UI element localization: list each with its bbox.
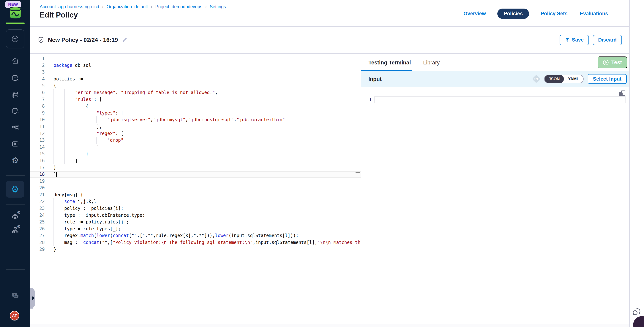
line-number: 13 [30, 137, 45, 144]
select-input-button[interactable]: Select Input [588, 74, 627, 84]
line-number: 7 [30, 96, 45, 103]
format-json-option[interactable]: JSON [544, 75, 564, 83]
code-line[interactable]: 29} [30, 246, 361, 253]
tab-library[interactable]: Library [423, 60, 440, 66]
sidebar-item-databases[interactable] [11, 91, 19, 99]
code-line[interactable]: 1 [30, 55, 361, 62]
tab-policy-sets[interactable]: Policy Sets [540, 8, 568, 19]
code-line[interactable]: 27 regex.match(lower(concat("",[".*",rul… [30, 232, 361, 239]
help-chat-icon: ? [11, 292, 19, 300]
line-number: 21 [30, 191, 45, 198]
code-line[interactable]: 23 policy := policies[i]; [30, 205, 361, 212]
chevron-right-icon [32, 296, 35, 300]
rego-code-editor[interactable]: 12package db_sql34policies := [5{6 "erro… [30, 54, 361, 324]
tab-evaluations[interactable]: Evaluations [579, 8, 609, 19]
code-line[interactable]: 14 ] [30, 144, 361, 151]
support-chat-icon[interactable] [632, 308, 642, 317]
breadcrumb-settings-link[interactable]: Settings [210, 4, 226, 9]
edit-pencil-icon[interactable] [122, 37, 127, 43]
code-line[interactable]: 8 { [30, 103, 361, 110]
policy-nav-tabs: Overview Policies Policy Sets Evaluation… [463, 8, 609, 19]
code-line[interactable]: 19 [30, 178, 361, 185]
code-line[interactable]: 26 type = rule.types[_]; [30, 226, 361, 232]
line-number: 8 [30, 103, 45, 110]
code-line[interactable]: 28 msg := concat("",["Policy violation:\… [30, 239, 361, 246]
breadcrumb-project-link[interactable]: Project: demodbdevops [155, 4, 202, 9]
database-instances-icon [11, 107, 19, 115]
input-value-field[interactable] [374, 96, 626, 103]
code-line[interactable]: 4policies := [ [30, 76, 361, 82]
code-line[interactable]: 2package db_sql [30, 62, 361, 69]
tab-policies[interactable]: Policies [497, 8, 529, 19]
line-number: 28 [30, 239, 45, 246]
code-line[interactable]: 16 ] [30, 157, 361, 164]
policy-toolbar: New Policy - 02/24 - 16:19 Save Discard [30, 27, 629, 54]
module-selector-button[interactable] [6, 29, 24, 48]
code-line[interactable]: 12 "regex": [ [30, 130, 361, 137]
format-yaml-option[interactable]: YAML [564, 75, 583, 83]
tab-overview[interactable]: Overview [463, 8, 486, 19]
sidebar-item-pipelines[interactable] [11, 124, 19, 132]
harness-db-devops-logo-icon[interactable] [8, 7, 22, 19]
save-button[interactable]: Save [560, 35, 589, 45]
sidebar: NEW [0, 0, 30, 327]
sidebar-item-db-config[interactable] [11, 74, 19, 82]
code-line[interactable]: 13 "drop" [30, 137, 361, 144]
databases-stack-icon [11, 91, 19, 99]
tab-testing-terminal[interactable]: Testing Terminal [368, 60, 411, 66]
cube-icon [11, 35, 20, 43]
code-line[interactable]: 21deny[msg] { [30, 191, 361, 198]
code-line[interactable]: 24 type := input.dbInstance.type; [30, 212, 361, 219]
code-line[interactable]: 11 ], [30, 123, 361, 130]
code-line[interactable]: 25 rule := policy.rules[j]; [30, 219, 361, 226]
sidebar-item-executions[interactable] [11, 140, 19, 148]
code-line[interactable]: 7 "rules": [ [30, 96, 361, 103]
sidebar-item-account-settings[interactable]: ⚙ [11, 226, 19, 234]
line-number: 22 [30, 198, 45, 205]
page-header: Account: app-harness-ng-cicd › Organizat… [30, 0, 629, 27]
code-line[interactable]: 22 some i,j,k,l [30, 198, 361, 205]
sidebar-item-gear[interactable]: ⚙ [11, 156, 19, 164]
code-line[interactable]: 6 "error_message": "Dropping of table is… [30, 89, 361, 96]
sidebar-item-help[interactable]: ? [11, 292, 19, 300]
line-number: 1 [361, 97, 372, 102]
code-line[interactable]: 15 } [30, 150, 361, 157]
code-line[interactable]: 10 "jdbc:sqlserver","jdbc:mysql","jdbc:p… [30, 116, 361, 123]
sidebar-item-db-instances[interactable] [11, 107, 19, 115]
code-line[interactable]: 5{ [30, 82, 361, 89]
line-number: 19 [30, 178, 45, 185]
home-icon [11, 57, 19, 65]
policy-name: New Policy - 02/24 - 16:19 [48, 37, 118, 43]
executions-play-icon [11, 140, 19, 148]
line-number: 12 [30, 130, 45, 137]
code-line[interactable]: 18] [30, 171, 361, 178]
discard-button[interactable]: Discard [593, 35, 622, 45]
line-number: 27 [30, 232, 45, 239]
sidebar-item-home[interactable] [11, 57, 19, 65]
input-label: Input [368, 76, 533, 82]
code-line[interactable]: 20 [30, 185, 361, 191]
code-line[interactable]: 9 "types": [ [30, 110, 361, 117]
line-number: 6 [30, 89, 45, 96]
sidebar-item-settings-active[interactable]: ⚙ [6, 181, 24, 198]
input-editor[interactable]: 1 [361, 87, 629, 324]
active-tab-underline [361, 70, 412, 71]
line-number: 16 [30, 157, 45, 164]
sidebar-expand-handle[interactable] [30, 288, 36, 309]
input-line[interactable]: 1 [361, 96, 629, 103]
user-avatar[interactable]: AT [10, 311, 20, 321]
breadcrumb-org-link[interactable]: Organization: default [106, 4, 148, 9]
breadcrumb-account-link[interactable]: Account: app-harness-ng-cicd [40, 4, 99, 9]
chevron-right-icon: › [151, 4, 152, 9]
test-button[interactable]: Test [598, 56, 627, 68]
sidebar-item-project-settings[interactable]: ⚙ [11, 212, 19, 220]
line-number: 17 [30, 164, 45, 171]
code-line[interactable]: 3 [30, 69, 361, 76]
code-line[interactable]: 17} [30, 164, 361, 171]
page-footer-strip [30, 325, 629, 327]
line-number: 20 [30, 185, 45, 191]
chevron-right-icon: › [102, 4, 104, 9]
code-lines[interactable]: 12package db_sql34policies := [5{6 "erro… [30, 54, 361, 253]
sidebar-divider [6, 269, 24, 270]
upload-icon [565, 38, 570, 42]
